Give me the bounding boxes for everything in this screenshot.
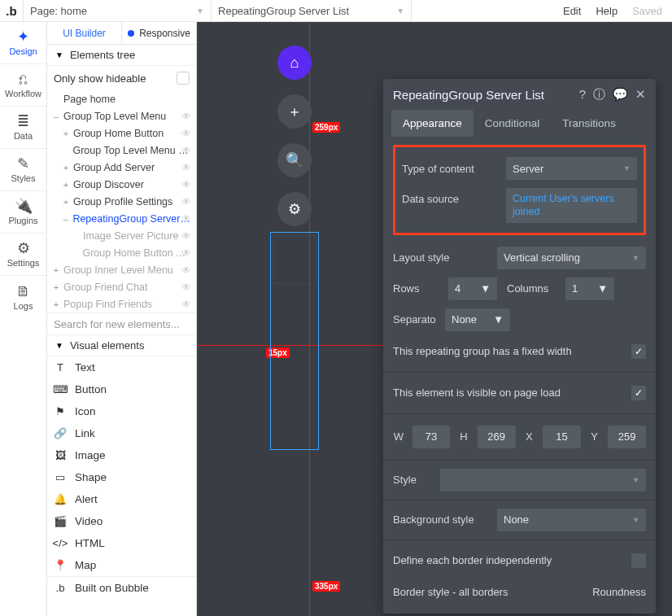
home-icon: ⌂ <box>290 55 299 72</box>
visible-on-load-checkbox[interactable]: ✓ <box>631 386 646 400</box>
visual-element-label: Image <box>75 449 106 461</box>
fixed-width-checkbox[interactable]: ✓ <box>631 344 646 359</box>
logo-icon[interactable]: .b <box>0 4 23 18</box>
visual-element-item[interactable]: ⚑Icon <box>47 400 196 422</box>
tree-row[interactable]: +Group Home Button👁 <box>47 125 196 142</box>
expand-icon[interactable]: + <box>52 265 60 275</box>
info-icon[interactable]: ⓘ <box>593 87 605 103</box>
visual-element-item[interactable]: .bBuilt on Bubble <box>47 576 196 598</box>
visibility-icon[interactable]: 👁 <box>181 179 191 190</box>
expand-icon[interactable]: + <box>52 299 60 309</box>
nav-styles[interactable]: ✎Styles <box>0 149 46 191</box>
tab-ui-builder[interactable]: UI Builder <box>47 22 122 45</box>
visual-element-item[interactable]: 🖼Image <box>47 444 196 466</box>
expand-icon[interactable]: + <box>62 197 70 207</box>
nav-plugins[interactable]: 🔌Plugins <box>0 191 46 234</box>
nav-workflow[interactable]: ⎌Workflow <box>0 64 46 107</box>
type-of-content-select[interactable]: Server▼ <box>506 157 637 180</box>
nav-settings[interactable]: ⚙Settings <box>0 234 46 276</box>
tab-appearance[interactable]: Appearance <box>391 110 473 137</box>
visual-element-item[interactable]: ▭Shape <box>47 466 196 488</box>
tab-responsive[interactable]: Responsive <box>122 22 196 45</box>
comment-icon[interactable]: 💬 <box>613 87 628 103</box>
only-show-hideable-checkbox[interactable] <box>177 72 190 85</box>
visibility-icon[interactable]: 👁 <box>181 247 191 259</box>
tree-row[interactable]: Group Top Level Menu Di…👁 <box>47 142 196 159</box>
visual-element-item[interactable]: 🔔Alert <box>47 488 196 510</box>
visibility-icon[interactable]: 👁 <box>181 145 191 156</box>
canvas[interactable]: 259px 15px 335px ⌂ ＋ 🔍 ⚙ <box>197 22 672 616</box>
page-selector[interactable]: Page: home <box>24 0 98 21</box>
layout-style-select[interactable]: Vertical scrolling▼ <box>497 247 646 269</box>
tree-label: Group Friend Chat <box>63 282 148 293</box>
visual-elements-header[interactable]: ▼ Visual elements <box>47 335 196 356</box>
visibility-icon[interactable]: 👁 <box>181 264 191 276</box>
style-select[interactable]: ▼ <box>440 469 646 491</box>
visual-element-item[interactable]: 📍Map <box>47 554 196 576</box>
search-elements-input[interactable]: Search for new elements... <box>47 312 196 335</box>
data-source-value[interactable]: Current User's servers joined <box>506 188 637 223</box>
tree-row[interactable]: –Group Top Level Menu👁 <box>47 107 196 125</box>
visibility-icon[interactable]: 👁 <box>181 128 191 139</box>
help-icon[interactable]: ? <box>579 87 586 103</box>
visual-element-item[interactable]: 🎬Video <box>47 510 196 532</box>
edit-menu[interactable]: Edit <box>563 5 581 17</box>
visibility-icon[interactable]: 👁 <box>181 282 191 293</box>
help-menu[interactable]: Help <box>596 5 617 17</box>
rail-settings-button[interactable]: ⚙ <box>277 192 312 226</box>
tree-row[interactable]: –RepeatingGroup Server L…👁 <box>47 210 196 227</box>
tree-row[interactable]: +Popup Find Friends👁 <box>47 295 196 312</box>
expand-icon[interactable]: + <box>52 282 60 292</box>
visual-element-item[interactable]: ⌨Button <box>47 378 196 400</box>
border-independent-checkbox[interactable]: ✓ <box>631 553 646 568</box>
expand-icon[interactable]: – <box>52 111 60 121</box>
bg-style-select[interactable]: None▼ <box>497 509 646 531</box>
nav-design[interactable]: ✦Design <box>0 22 46 64</box>
separator-select[interactable]: None▼ <box>445 308 510 331</box>
tree-row[interactable]: +Group Profile Settings👁 <box>47 193 196 210</box>
visual-element-label: Icon <box>75 405 96 417</box>
tree-row[interactable]: +Group Discover👁 <box>47 176 196 193</box>
tree-row[interactable]: +Group Friend Chat👁 <box>47 278 196 295</box>
visual-element-item[interactable]: 🔗Link <box>47 422 196 444</box>
elements-tree-header[interactable]: ▼ Elements tree <box>47 45 196 66</box>
nav-logs[interactable]: 🗎Logs <box>0 276 46 318</box>
tree-row[interactable]: Image Server Picture👁 <box>47 227 196 244</box>
visibility-icon[interactable]: 👁 <box>181 162 191 173</box>
tree-row[interactable]: Group Home Button Ac…👁 <box>47 244 196 261</box>
visual-element-item[interactable]: TText <box>47 356 196 378</box>
rows-select[interactable]: 4▼ <box>448 277 497 300</box>
visibility-icon[interactable]: 👁 <box>181 213 191 225</box>
element-selector[interactable]: RepeatingGroup Server List <box>212 0 356 21</box>
tab-transitions[interactable]: Transitions <box>551 110 627 137</box>
rail-add-button[interactable]: ＋ <box>277 94 312 129</box>
expand-icon[interactable]: + <box>62 180 70 190</box>
chevron-down-icon[interactable]: ▼ <box>196 7 204 15</box>
x-input[interactable]: 15 <box>543 426 581 448</box>
chevron-down-icon[interactable]: ▼ <box>396 7 404 15</box>
visibility-icon[interactable]: 👁 <box>181 111 191 122</box>
tab-conditional[interactable]: Conditional <box>473 110 552 137</box>
expand-icon[interactable]: + <box>62 129 70 138</box>
visual-element-label: Alert <box>75 493 98 505</box>
columns-select[interactable]: 1▼ <box>565 277 614 300</box>
tree-row[interactable]: +Group Add Server👁 <box>47 159 196 176</box>
expand-icon[interactable]: – <box>62 214 69 224</box>
tree-row[interactable]: Page home <box>47 90 196 107</box>
selection-box[interactable] <box>270 232 319 450</box>
nav-data[interactable]: ≣Data <box>0 107 46 149</box>
tree-label: Group Top Level Menu Di… <box>72 145 191 156</box>
visual-element-item[interactable]: </>HTML <box>47 532 196 554</box>
visibility-icon[interactable]: 👁 <box>181 196 191 208</box>
rail-home-button[interactable]: ⌂ <box>277 46 312 80</box>
tree-row[interactable]: +Group Inner Level Menu👁 <box>47 261 196 278</box>
rail-discover-button[interactable]: 🔍 <box>277 143 312 177</box>
w-input[interactable]: 73 <box>412 426 451 448</box>
left-nav: ✦Design ⎌Workflow ≣Data ✎Styles 🔌Plugins… <box>0 22 47 616</box>
h-input[interactable]: 269 <box>478 426 516 448</box>
visibility-icon[interactable]: 👁 <box>181 230 191 242</box>
close-icon[interactable]: ✕ <box>635 87 646 103</box>
expand-icon[interactable]: + <box>62 163 70 173</box>
y-input[interactable]: 259 <box>608 426 646 448</box>
visibility-icon[interactable]: 👁 <box>181 299 191 310</box>
